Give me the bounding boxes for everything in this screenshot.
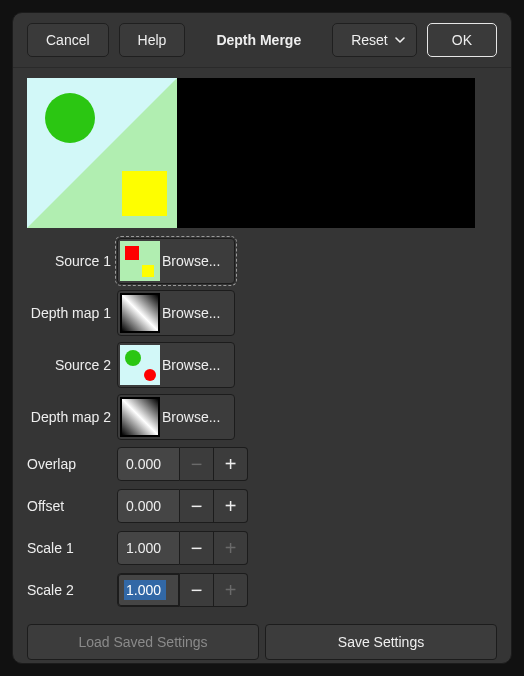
help-button[interactable]: Help — [119, 23, 186, 57]
row-source2: Source 2 Browse... — [27, 342, 497, 388]
ok-button[interactable]: OK — [427, 23, 497, 57]
offset-label: Offset — [27, 498, 117, 514]
row-depthmap1: Depth map 1 Browse... — [27, 290, 497, 336]
source1-thumb — [120, 241, 160, 281]
depthmap2-browse-label: Browse... — [162, 409, 232, 425]
load-settings-button[interactable]: Load Saved Settings — [27, 624, 259, 660]
scale1-plus-button[interactable]: + — [214, 531, 248, 565]
reset-button[interactable]: Reset — [332, 23, 417, 57]
source2-label: Source 2 — [27, 357, 117, 373]
row-scale1: Scale 1 − + — [27, 530, 497, 566]
dialog-body: Source 1 Browse... Depth map 1 — [13, 68, 511, 674]
scale2-label: Scale 2 — [27, 582, 117, 598]
row-offset: Offset − + — [27, 488, 497, 524]
svg-rect-8 — [122, 295, 158, 331]
depthmap1-browse-label: Browse... — [162, 305, 232, 321]
row-overlap: Overlap − + — [27, 446, 497, 482]
scale1-label: Scale 1 — [27, 540, 117, 556]
svg-point-10 — [125, 350, 141, 366]
preview-area — [27, 78, 475, 228]
dialog-window: Cancel Help Depth Merge Reset OK Source … — [12, 12, 512, 664]
depthmap1-label: Depth map 1 — [27, 305, 117, 321]
reset-label: Reset — [351, 32, 388, 48]
offset-plus-button[interactable]: + — [214, 489, 248, 523]
overlap-minus-button[interactable]: − — [180, 447, 214, 481]
source2-picker[interactable]: Browse... — [117, 342, 235, 388]
source2-thumb — [120, 345, 160, 385]
scale1-input[interactable] — [117, 531, 180, 565]
dialog-title: Depth Merge — [210, 23, 307, 57]
svg-rect-6 — [142, 265, 154, 277]
overlap-input[interactable] — [117, 447, 180, 481]
save-settings-button[interactable]: Save Settings — [265, 624, 497, 660]
svg-point-11 — [144, 369, 156, 381]
titlebar: Cancel Help Depth Merge Reset OK — [13, 13, 511, 68]
svg-point-2 — [45, 93, 95, 143]
source2-browse-label: Browse... — [162, 357, 232, 373]
svg-rect-5 — [125, 246, 139, 260]
cancel-button[interactable]: Cancel — [27, 23, 109, 57]
source1-picker[interactable]: Browse... — [117, 238, 235, 284]
scale2-input[interactable] — [117, 573, 180, 607]
row-source1: Source 1 Browse... — [27, 238, 497, 284]
depthmap2-picker[interactable]: Browse... — [117, 394, 235, 440]
source1-browse-label: Browse... — [162, 253, 232, 269]
offset-minus-button[interactable]: − — [180, 489, 214, 523]
chevron-down-icon — [394, 34, 406, 46]
row-scale2: Scale 2 − + — [27, 572, 497, 608]
scale1-minus-button[interactable]: − — [180, 531, 214, 565]
overlap-label: Overlap — [27, 456, 117, 472]
overlap-plus-button[interactable]: + — [214, 447, 248, 481]
depthmap1-picker[interactable]: Browse... — [117, 290, 235, 336]
svg-rect-13 — [122, 399, 158, 435]
depthmap2-thumb — [120, 397, 160, 437]
scale2-minus-button[interactable]: − — [180, 573, 214, 607]
depthmap2-label: Depth map 2 — [27, 409, 117, 425]
source1-label: Source 1 — [27, 253, 117, 269]
footer: Load Saved Settings Save Settings — [27, 624, 497, 660]
scale2-plus-button[interactable]: + — [214, 573, 248, 607]
depthmap1-thumb — [120, 293, 160, 333]
svg-rect-3 — [122, 171, 167, 216]
row-depthmap2: Depth map 2 Browse... — [27, 394, 497, 440]
preview-image — [27, 78, 177, 228]
offset-input[interactable] — [117, 489, 180, 523]
